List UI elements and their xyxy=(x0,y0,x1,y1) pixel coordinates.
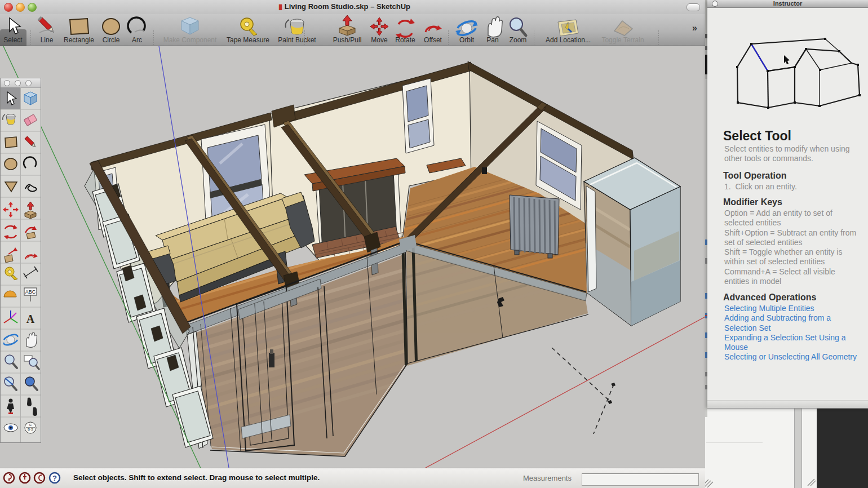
svg-text:ABC: ABC xyxy=(25,289,36,295)
svg-text:C: C xyxy=(29,423,32,427)
svg-text:A: A xyxy=(26,313,35,325)
svg-text:?: ? xyxy=(52,474,57,482)
svg-text:B·S: B·S xyxy=(28,428,33,431)
